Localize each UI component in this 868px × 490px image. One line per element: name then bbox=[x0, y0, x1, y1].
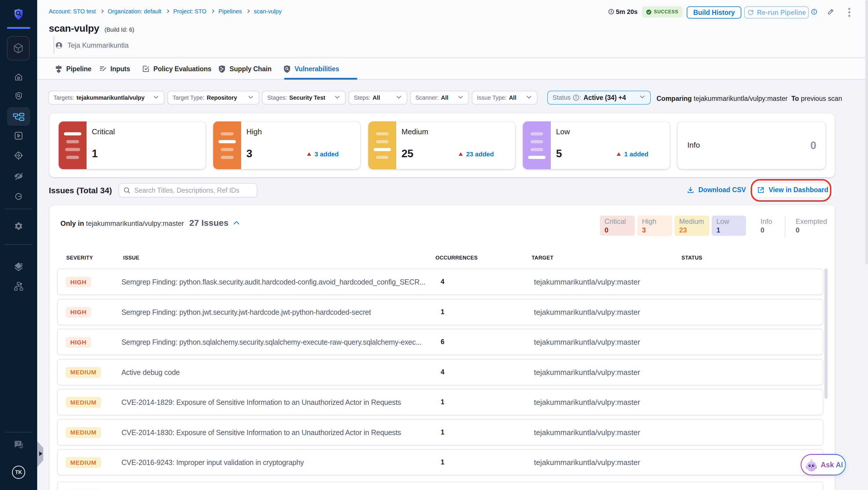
svg-text:?: ? bbox=[17, 441, 20, 446]
